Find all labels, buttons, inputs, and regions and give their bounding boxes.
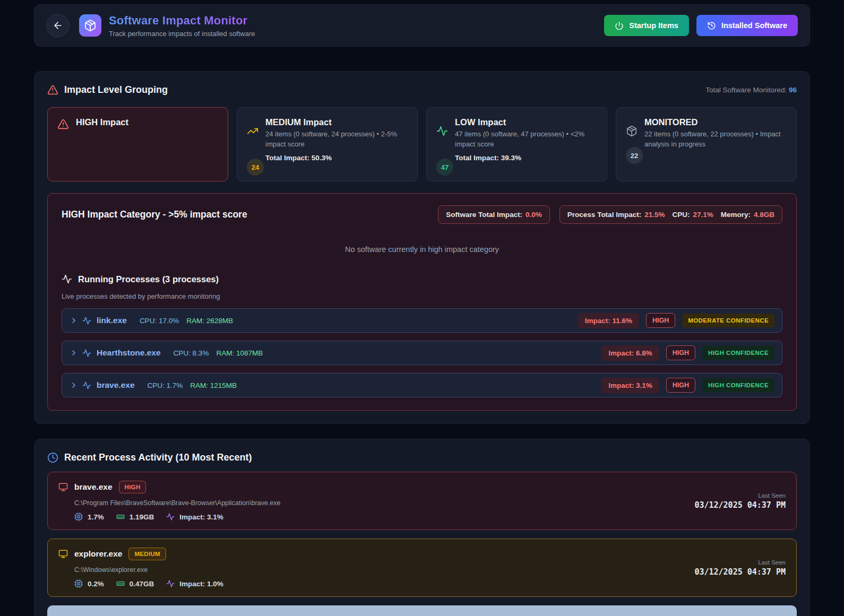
activity-icon <box>62 274 72 284</box>
installed-software-button[interactable]: Installed Software <box>696 15 798 36</box>
cpu-icon <box>74 579 83 588</box>
impact-grouping-section: Impact Level Grouping Total Software Mon… <box>34 71 810 424</box>
process-ram: RAM: 1087MB <box>216 349 263 357</box>
warning-triangle-icon <box>47 84 58 96</box>
high-impact-card[interactable]: HIGH Impact <box>47 107 228 181</box>
card-description: 22 items (0 software, 22 processes) • Im… <box>644 129 785 150</box>
monitored-card[interactable]: MONITORED 22 items (0 software, 22 proce… <box>616 107 797 181</box>
process-total-label: Process Total Impact: <box>567 211 641 219</box>
app-logo <box>79 14 101 37</box>
last-seen-label: Last Seen <box>694 559 786 566</box>
startup-items-button[interactable]: Startup Items <box>604 15 689 36</box>
cpu-usage: 1.7% <box>88 513 104 521</box>
card-title: HIGH Impact <box>76 117 128 127</box>
chevron-right-icon[interactable] <box>70 381 78 389</box>
process-name: Hearthstone.exe <box>97 348 161 358</box>
memory-usage: 0.47GB <box>130 580 154 588</box>
card-description: 24 items (0 software, 24 processes) • 2-… <box>265 129 406 150</box>
card-title: MONITORED <box>644 117 785 127</box>
low-impact-card[interactable]: LOW Impact 47 items (0 software, 47 proc… <box>426 107 607 181</box>
total-monitored: Total Software Monitored: 96 <box>705 86 797 94</box>
card-description: 47 items (0 software, 47 processes) • <2… <box>455 129 596 150</box>
package-icon <box>626 125 638 150</box>
confidence-badge: MODERATE CONFIDENCE <box>682 314 774 327</box>
clock-icon <box>47 452 58 463</box>
level-badge: HIGH <box>666 378 695 393</box>
app-header: Software Impact Monitor Track performanc… <box>34 4 810 47</box>
startup-items-label: Startup Items <box>629 21 678 30</box>
history-icon <box>707 21 716 30</box>
process-ram: RAM: 2628MB <box>186 317 233 325</box>
activity-icon <box>436 125 448 162</box>
activity-icon <box>166 513 175 521</box>
arrow-left-icon <box>53 20 63 31</box>
cpu-usage: 0.2% <box>88 580 104 588</box>
high-impact-category-panel: HIGH Impact Category - >5% impact score … <box>47 193 797 411</box>
impact-grouping-title: Impact Level Grouping <box>64 84 168 96</box>
back-button[interactable] <box>46 14 70 37</box>
cpu-icon <box>74 513 83 521</box>
last-seen-timestamp: 03/12/2025 04:37 PM <box>694 500 786 510</box>
monitor-icon <box>58 549 68 559</box>
software-total-value: 0.0% <box>526 211 542 219</box>
activity-card-brave-exe: brave.exe HIGH C:\Program Files\BraveSof… <box>47 472 797 530</box>
level-badge: HIGH <box>646 313 675 328</box>
activity-icon <box>82 381 91 390</box>
count-badge: 47 <box>436 159 453 176</box>
memory-icon <box>116 579 125 588</box>
process-row-brave-exe[interactable]: brave.exe CPU: 1.7% RAM: 1215MB Impact: … <box>62 373 782 397</box>
confidence-badge: HIGH CONFIDENCE <box>702 346 774 360</box>
package-icon <box>84 19 97 32</box>
activity-icon <box>82 316 91 325</box>
process-path: C:\Program Files\BraveSoftware\Brave-Bro… <box>74 499 694 507</box>
chevron-right-icon[interactable] <box>70 349 78 357</box>
card-title: LOW Impact <box>455 117 596 127</box>
running-processes-title: Running Processes (3 processes) <box>78 274 219 284</box>
total-monitored-label: Total Software Monitored: <box>705 86 787 94</box>
running-processes-subtitle: Live processes detected by performance m… <box>62 292 782 300</box>
card-title: MEDIUM Impact <box>265 117 406 127</box>
chevron-right-icon[interactable] <box>70 316 78 325</box>
process-cpu: CPU: 17.0% <box>140 317 179 325</box>
memory-usage: 1.19GB <box>130 513 154 521</box>
last-seen-label: Last Seen <box>694 492 786 499</box>
software-total-impact-pill: Software Total Impact: 0.0% <box>438 205 550 224</box>
level-badge: HIGH <box>666 345 695 360</box>
impact-score: Impact: 3.1% <box>179 513 223 521</box>
process-total-impact-pill: Process Total Impact: 21.5% CPU: 27.1% M… <box>559 205 782 224</box>
process-ram: RAM: 1215MB <box>190 381 237 389</box>
impact-score: Impact: 1.0% <box>179 580 223 588</box>
last-seen-timestamp: 03/12/2025 04:37 PM <box>694 567 786 577</box>
page-subtitle: Track performance impacts of installed s… <box>109 30 255 38</box>
power-icon <box>615 21 624 30</box>
process-row-link-exe[interactable]: link.exe CPU: 17.0% RAM: 2628MB Impact: … <box>62 308 782 333</box>
card-total-impact: Total Impact: 39.3% <box>455 154 596 162</box>
cpu-label: CPU: <box>672 211 690 219</box>
activity-icon <box>166 579 175 588</box>
cpu-value: 27.1% <box>693 211 713 219</box>
count-badge: 22 <box>626 147 643 164</box>
software-total-label: Software Total Impact: <box>446 211 522 219</box>
memory-value: 4.8GB <box>754 211 774 219</box>
process-total-value: 21.5% <box>644 211 665 219</box>
card-total-impact: Total Impact: 50.3% <box>265 154 406 162</box>
impact-badge: Impact: 11.6% <box>578 313 639 328</box>
confidence-badge: HIGH CONFIDENCE <box>702 378 774 392</box>
process-name: link.exe <box>97 316 127 325</box>
process-path: C:\Windows\explorer.exe <box>74 566 694 574</box>
memory-icon <box>116 513 125 521</box>
memory-label: Memory: <box>721 211 751 219</box>
activity-process-name: brave.exe <box>74 482 113 492</box>
high-category-title: HIGH Impact Category - >5% impact score <box>62 209 247 220</box>
medium-impact-card[interactable]: MEDIUM Impact 24 items (0 software, 24 p… <box>237 107 418 181</box>
process-row-hearthstone-exe[interactable]: Hearthstone.exe CPU: 8.3% RAM: 1087MB Im… <box>62 341 782 365</box>
activity-icon <box>82 349 91 358</box>
installed-software-label: Installed Software <box>721 21 787 30</box>
empty-state-message: No software currently in high impact cat… <box>62 245 782 254</box>
process-cpu: CPU: 8.3% <box>174 349 209 357</box>
warning-triangle-icon <box>57 118 69 130</box>
impact-badge: Impact: 3.1% <box>601 378 659 393</box>
recent-activity-title: Recent Process Activity (10 Most Recent) <box>64 452 252 463</box>
level-badge: HIGH <box>119 481 147 493</box>
process-name: brave.exe <box>97 380 135 390</box>
